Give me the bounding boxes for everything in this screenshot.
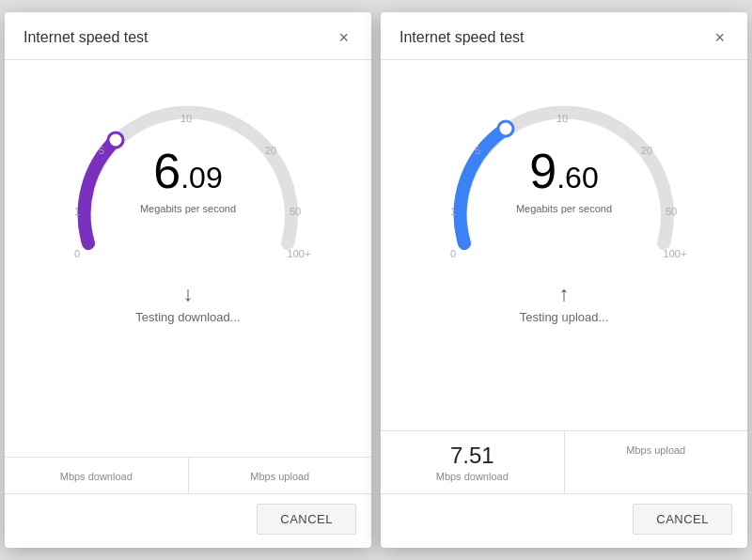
status-area-1: ↓ Testing download... <box>135 282 240 324</box>
speed-int-1: 6 <box>153 144 180 198</box>
status-text-2: Testing upload... <box>520 310 609 324</box>
svg-text:10: 10 <box>180 113 192 124</box>
svg-text:1: 1 <box>450 206 456 217</box>
dialog-footer-1: CANCEL <box>5 493 371 548</box>
dialog-download: Internet speed test × 0 1 5 10 20 50 100… <box>5 12 371 548</box>
upload-icon-2: ↑ <box>559 282 570 306</box>
speed-unit-2: Megabits per second <box>516 203 612 214</box>
svg-text:20: 20 <box>265 145 276 156</box>
svg-text:50: 50 <box>666 206 677 217</box>
close-button-1[interactable]: × <box>335 27 352 48</box>
svg-text:10: 10 <box>556 113 568 124</box>
stats-row-2: 7.51 Mbps download Mbps upload <box>381 430 747 493</box>
download-value-2: 7.51 <box>450 443 494 469</box>
download-label-1: Mbps download <box>60 471 133 482</box>
svg-text:5: 5 <box>99 145 104 156</box>
speed-value-1: 6.09 <box>140 143 236 199</box>
download-stat-2: 7.51 Mbps download <box>381 431 565 493</box>
svg-text:20: 20 <box>641 145 652 156</box>
svg-text:5: 5 <box>475 145 480 156</box>
dialog-title-1: Internet speed test <box>24 29 149 46</box>
dialog-header-2: Internet speed test × <box>381 12 747 60</box>
svg-point-0 <box>108 132 123 148</box>
dialog-title-2: Internet speed test <box>400 29 525 46</box>
dialog-header-1: Internet speed test × <box>5 12 371 60</box>
close-button-2[interactable]: × <box>711 27 728 48</box>
svg-text:100+: 100+ <box>664 248 687 259</box>
gauge-1: 0 1 5 10 20 50 100+ 6.09 Megabits per se… <box>56 70 320 276</box>
speed-display-1: 6.09 Megabits per second <box>140 143 236 214</box>
gauge-2: 0 1 5 10 20 50 100+ 9.60 Megabits per se… <box>432 70 696 276</box>
speed-display-2: 9.60 Megabits per second <box>516 143 612 214</box>
stats-row-1: Mbps download Mbps upload <box>5 457 371 493</box>
dialog-footer-2: CANCEL <box>381 493 747 548</box>
svg-text:0: 0 <box>450 248 456 259</box>
svg-text:50: 50 <box>290 206 301 217</box>
download-icon-1: ↓ <box>182 282 193 306</box>
upload-stat-1: Mbps upload <box>189 458 372 493</box>
speed-unit-1: Megabits per second <box>140 203 236 214</box>
speed-dec-2: .60 <box>556 161 598 194</box>
dialog-body-1: 0 1 5 10 20 50 100+ 6.09 Megabits per se… <box>5 60 371 493</box>
download-stat-1: Mbps download <box>5 458 189 493</box>
dialog-upload: Internet speed test × 0 1 5 10 20 50 100… <box>381 12 747 548</box>
speed-dec-1: .09 <box>180 161 222 194</box>
upload-stat-2: Mbps upload <box>565 431 748 493</box>
status-area-2: ↑ Testing upload... <box>520 282 609 324</box>
download-label-2: Mbps download <box>436 471 509 482</box>
svg-text:1: 1 <box>74 206 80 217</box>
svg-text:100+: 100+ <box>288 248 311 259</box>
svg-text:0: 0 <box>74 248 80 259</box>
svg-point-8 <box>498 121 513 136</box>
status-text-1: Testing download... <box>135 310 240 324</box>
speed-value-2: 9.60 <box>516 143 612 199</box>
cancel-button-2[interactable]: CANCEL <box>633 504 732 535</box>
upload-label-2: Mbps upload <box>626 444 685 456</box>
speed-int-2: 9 <box>529 144 556 198</box>
cancel-button-1[interactable]: CANCEL <box>257 504 356 535</box>
upload-label-1: Mbps upload <box>250 471 309 482</box>
dialog-body-2: 0 1 5 10 20 50 100+ 9.60 Megabits per se… <box>381 60 747 493</box>
